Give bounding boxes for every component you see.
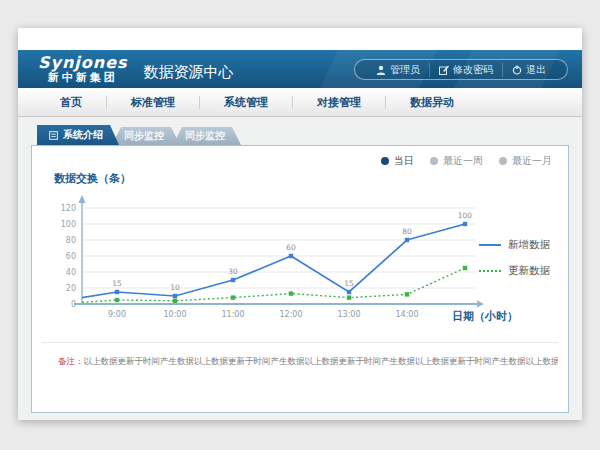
- radio-label: 当日: [394, 154, 414, 168]
- radio-dot: [430, 157, 438, 165]
- nav-item-integration[interactable]: 对接管理: [293, 96, 386, 109]
- user-menu[interactable]: 管理员: [367, 63, 429, 77]
- svg-text:10: 10: [170, 283, 180, 292]
- legend-label: 更新数据: [508, 264, 550, 278]
- tab-system-intro[interactable]: 系统介绍: [37, 125, 119, 145]
- svg-text:30: 30: [228, 267, 238, 276]
- legend-label: 新增数据: [508, 238, 550, 252]
- svg-text:120: 120: [61, 204, 76, 213]
- svg-text:12:00: 12:00: [279, 310, 302, 319]
- logout-button[interactable]: 退出: [502, 63, 555, 77]
- nav-item-standards[interactable]: 标准管理: [107, 96, 200, 109]
- svg-text:13:00: 13:00: [337, 310, 360, 319]
- svg-text:9:00: 9:00: [108, 310, 126, 319]
- svg-text:100: 100: [458, 211, 473, 220]
- change-password-label: 修改密码: [453, 63, 493, 77]
- svg-text:14:00: 14:00: [395, 310, 418, 319]
- svg-text:60: 60: [286, 243, 296, 252]
- power-icon: [512, 65, 522, 75]
- change-password-button[interactable]: 修改密码: [429, 63, 502, 77]
- tab-sync-monitor-2[interactable]: 同步监控: [173, 127, 241, 145]
- footer-note: 备注：以上数据更新于时间产生数据以上数据更新于时间产生数据以上数据更新于时间产生…: [58, 356, 558, 368]
- page-title: 数据资源中心: [144, 57, 234, 82]
- dotted-line-swatch: [479, 270, 501, 272]
- nav-item-system[interactable]: 系统管理: [200, 96, 293, 109]
- line-chart: 0204060801001209:0010:0011:0012:0013:001…: [46, 188, 498, 338]
- content-area: 系统介绍 同步监控 同步监控 当日 最近一周: [18, 117, 582, 420]
- radio-last-month[interactable]: 最近一月: [499, 154, 552, 168]
- tab-bar: 系统介绍 同步监控 同步监控: [31, 125, 569, 145]
- radio-dot: [499, 157, 507, 165]
- svg-text:60: 60: [66, 252, 76, 261]
- brand-name: Synjones: [38, 55, 128, 72]
- svg-text:10:00: 10:00: [163, 310, 186, 319]
- series-legend: 新增数据 更新数据: [479, 238, 550, 290]
- svg-text:15: 15: [112, 279, 122, 288]
- brand-name-cn: 新中新集团: [38, 72, 128, 84]
- svg-text:15: 15: [344, 279, 354, 288]
- nav-item-data-change[interactable]: 数据异动: [386, 96, 478, 109]
- svg-text:20: 20: [66, 284, 76, 293]
- svg-text:40: 40: [66, 268, 76, 277]
- note-text: 以上数据更新于时间产生数据以上数据更新于时间产生数据以上数据更新于时间产生数据以…: [84, 356, 559, 366]
- header: Synjones 新中新集团 数据资源中心 管理员 修改密码 退出: [18, 50, 582, 88]
- radio-label: 最近一周: [443, 154, 483, 168]
- tab-label: 同步监控: [124, 129, 164, 143]
- radio-today[interactable]: 当日: [381, 154, 414, 168]
- chart-panel: 当日 最近一周 最近一月 数据交换（条） 0204060801001209:00…: [31, 145, 569, 413]
- note-prefix: 备注：: [58, 356, 84, 366]
- y-axis-title: 数据交换（条）: [54, 171, 131, 186]
- edit-icon: [439, 65, 449, 75]
- solid-line-swatch: [479, 244, 501, 246]
- svg-text:100: 100: [61, 220, 76, 229]
- footer-divider: [42, 342, 558, 343]
- tab-sync-monitor-1[interactable]: 同步监控: [112, 127, 180, 145]
- tab-label: 同步监控: [185, 129, 225, 143]
- legend-item-new-data[interactable]: 新增数据: [479, 238, 550, 252]
- user-name: 管理员: [390, 63, 420, 77]
- app-window: Synjones 新中新集团 数据资源中心 管理员 修改密码 退出 首页 标准管…: [18, 28, 582, 420]
- svg-text:80: 80: [66, 236, 76, 245]
- user-toolbar: 管理员 修改密码 退出: [354, 59, 568, 80]
- user-icon: [376, 65, 386, 75]
- document-icon: [49, 131, 58, 140]
- range-filter-group: 当日 最近一周 最近一月: [381, 154, 552, 168]
- x-axis-title: 日期（小时）: [452, 309, 518, 324]
- legend-item-update-data[interactable]: 更新数据: [479, 264, 550, 278]
- svg-text:80: 80: [402, 227, 412, 236]
- radio-last-week[interactable]: 最近一周: [430, 154, 483, 168]
- radio-dot: [381, 157, 389, 165]
- svg-text:11:00: 11:00: [221, 310, 244, 319]
- main-nav: 首页 标准管理 系统管理 对接管理 数据异动: [18, 88, 582, 117]
- radio-label: 最近一月: [512, 154, 552, 168]
- logout-label: 退出: [526, 63, 546, 77]
- brand-logo: Synjones 新中新集团: [38, 55, 128, 83]
- tab-label: 系统介绍: [63, 128, 103, 142]
- nav-item-home[interactable]: 首页: [36, 96, 107, 109]
